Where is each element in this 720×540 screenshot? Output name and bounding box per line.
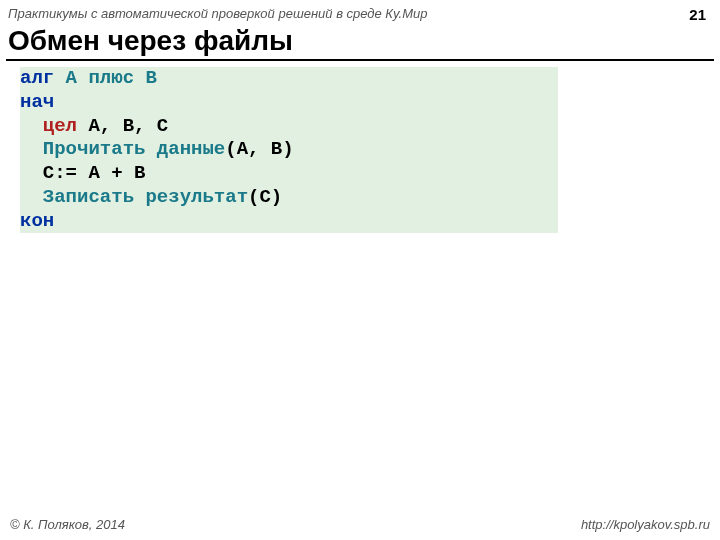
indent bbox=[20, 186, 43, 208]
code-line: нач bbox=[20, 91, 558, 115]
slide-title: Обмен через файлы bbox=[0, 25, 720, 59]
slide-header: Практикумы с автоматической проверкой ре… bbox=[0, 0, 720, 25]
header-subject: Практикумы с автоматической проверкой ре… bbox=[8, 6, 427, 21]
slide-footer: © К. Поляков, 2014 http://kpolyakov.spb.… bbox=[0, 517, 720, 532]
code-line: алг A плюс B bbox=[20, 67, 558, 91]
indent bbox=[20, 138, 43, 160]
code-line: цел A, B, C bbox=[20, 115, 558, 139]
code-line: Записать результат(C) bbox=[20, 186, 558, 210]
algo-name: A плюс B bbox=[54, 67, 157, 89]
code-text: (C) bbox=[248, 186, 282, 208]
type-keyword: цел bbox=[43, 115, 77, 137]
proc-call: Прочитать данные bbox=[43, 138, 225, 160]
keyword: нач bbox=[20, 91, 54, 113]
code-line: C:= A + B bbox=[20, 162, 558, 186]
code-block: алг A плюс B нач цел A, B, C Прочитать д… bbox=[20, 67, 558, 233]
title-underline bbox=[6, 59, 714, 61]
keyword: кон bbox=[20, 210, 54, 232]
code-line: кон bbox=[20, 210, 558, 234]
code-text: C:= A + B bbox=[43, 162, 146, 184]
page-number: 21 bbox=[689, 6, 706, 23]
indent bbox=[20, 162, 43, 184]
indent bbox=[20, 115, 43, 137]
copyright: © К. Поляков, 2014 bbox=[10, 517, 125, 532]
code-text: (A, B) bbox=[225, 138, 293, 160]
proc-call: Записать результат bbox=[43, 186, 248, 208]
code-line: Прочитать данные(A, B) bbox=[20, 138, 558, 162]
code-text: A, B, C bbox=[77, 115, 168, 137]
keyword: алг bbox=[20, 67, 54, 89]
footer-url: http://kpolyakov.spb.ru bbox=[581, 517, 710, 532]
